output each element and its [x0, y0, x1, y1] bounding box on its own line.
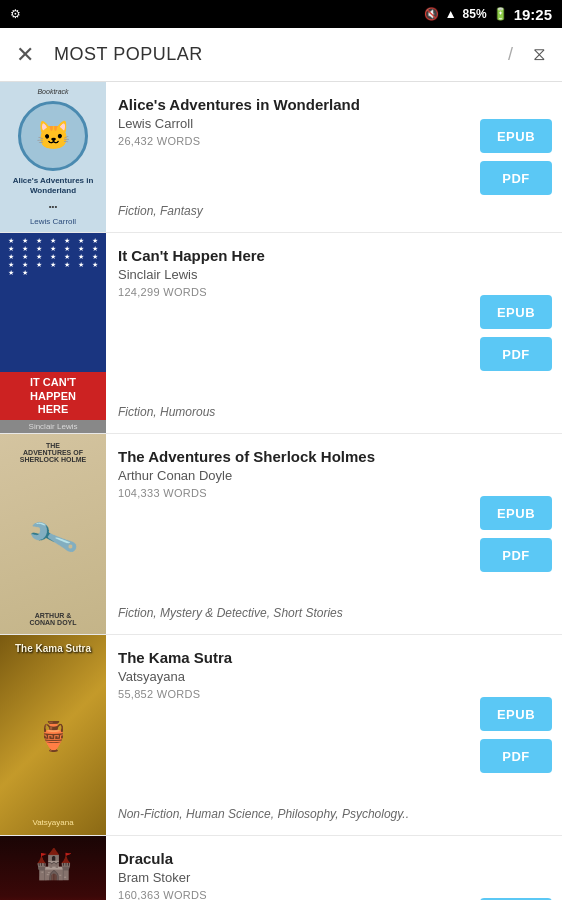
kama-actions: EPUB PDF [470, 635, 562, 835]
sherlock-author: Arthur Conan Doyle [118, 468, 458, 483]
ithappen-pdf-button[interactable]: PDF [480, 337, 552, 371]
alice-author: Lewis Carroll [118, 116, 458, 131]
ithappen-words: 124,299 WORDS [118, 286, 458, 298]
kama-pdf-button[interactable]: PDF [480, 739, 552, 773]
book-item-alice: Booktrack 🐱 Alice's Adventures in Wonder… [0, 82, 562, 233]
ithappen-author: Sinclair Lewis [118, 267, 458, 282]
dracula-words: 160,363 WORDS [118, 889, 458, 900]
status-bar-left: ⚙ [10, 7, 21, 21]
book-cover-sherlock[interactable]: THEADVENTURES OFSHERLOCK HOLME 🔧 ARTHUR … [0, 434, 106, 634]
sherlock-words: 104,333 WORDS [118, 487, 458, 499]
kama-title: The Kama Sutra [118, 649, 458, 666]
wifi-icon: ▲ [445, 7, 457, 21]
alice-genres: Fiction, Fantasy [118, 204, 458, 218]
sherlock-pdf-button[interactable]: PDF [480, 538, 552, 572]
sherlock-genres: Fiction, Mystery & Detective, Short Stor… [118, 606, 458, 620]
usb-icon: ⚙ [10, 7, 21, 21]
battery-icon: 🔋 [493, 7, 508, 21]
alice-pdf-button[interactable]: PDF [480, 161, 552, 195]
filter-button[interactable]: ⧖ [533, 44, 546, 65]
ithappen-actions: EPUB PDF [470, 233, 562, 433]
sherlock-actions: EPUB PDF [470, 434, 562, 634]
kama-author: Vatsyayana [118, 669, 458, 684]
book-cover-alice[interactable]: Booktrack 🐱 Alice's Adventures in Wonder… [0, 82, 106, 232]
book-list: Booktrack 🐱 Alice's Adventures in Wonder… [0, 82, 562, 900]
alice-actions: EPUB PDF [470, 82, 562, 232]
kama-genres: Non-Fiction, Human Science, Philosophy, … [118, 807, 458, 821]
alice-title: Alice's Adventures in Wonderland [118, 96, 458, 113]
ithappen-epub-button[interactable]: EPUB [480, 295, 552, 329]
alice-illustration: 🐱 [18, 101, 88, 171]
kama-epub-button[interactable]: EPUB [480, 697, 552, 731]
mute-icon: 🔇 [424, 7, 439, 21]
book-cover-dracula[interactable]: 🏰 Dracula Bram Stoker [0, 836, 106, 900]
alice-epub-button[interactable]: EPUB [480, 119, 552, 153]
flag-stars: ★★★★★ ★★★★★ ★★★★★ ★★★★★ ★★★★★ ★★★★★ [0, 233, 106, 343]
dracula-title: Dracula [118, 850, 458, 867]
close-button[interactable]: ✕ [16, 42, 34, 68]
book-info-sherlock: The Adventures of Sherlock Holmes Arthur… [106, 434, 470, 634]
battery-percentage: 85% [463, 7, 487, 21]
book-item-ithappen: ★★★★★ ★★★★★ ★★★★★ ★★★★★ ★★★★★ ★★★★★ IT C… [0, 233, 562, 434]
book-cover-kama[interactable]: The Kama Sutra 🏺 Vatsyayana [0, 635, 106, 835]
book-cover-ithappen[interactable]: ★★★★★ ★★★★★ ★★★★★ ★★★★★ ★★★★★ ★★★★★ IT C… [0, 233, 106, 433]
sherlock-title: The Adventures of Sherlock Holmes [118, 448, 458, 465]
ithappen-genres: Fiction, Humorous [118, 405, 458, 419]
book-item-sherlock: THEADVENTURES OFSHERLOCK HOLME 🔧 ARTHUR … [0, 434, 562, 635]
dracula-author: Bram Stoker [118, 870, 458, 885]
ithappen-title: It Can't Happen Here [118, 247, 458, 264]
sort-button[interactable]: / [508, 44, 513, 65]
status-bar: ⚙ 🔇 ▲ 85% 🔋 19:25 [0, 0, 562, 28]
sherlock-epub-button[interactable]: EPUB [480, 496, 552, 530]
time-display: 19:25 [514, 6, 552, 23]
book-item-kama: The Kama Sutra 🏺 Vatsyayana The Kama Sut… [0, 635, 562, 836]
kama-illustration: 🏺 [36, 720, 71, 753]
alice-words: 26,432 WORDS [118, 135, 458, 147]
book-info-alice: Alice's Adventures in Wonderland Lewis C… [106, 82, 470, 232]
book-info-ithappen: It Can't Happen Here Sinclair Lewis 124,… [106, 233, 470, 433]
status-bar-right: 🔇 ▲ 85% 🔋 19:25 [424, 6, 552, 23]
book-info-dracula: Dracula Bram Stoker 160,363 WORDS Fictio… [106, 836, 470, 900]
pipe-icon: 🔧 [25, 510, 82, 565]
header: ✕ MOST POPULAR / ⧖ [0, 28, 562, 82]
book-info-kama: The Kama Sutra Vatsyayana 55,852 WORDS N… [106, 635, 470, 835]
dracula-actions: EPUB PDF [470, 836, 562, 900]
kama-words: 55,852 WORDS [118, 688, 458, 700]
castle-icon: 🏰 [35, 846, 72, 881]
alice-ellipsis: ••• [49, 202, 57, 211]
book-item-dracula: 🏰 Dracula Bram Stoker Dracula Bram Stoke… [0, 836, 562, 900]
header-title: MOST POPULAR [54, 44, 488, 65]
